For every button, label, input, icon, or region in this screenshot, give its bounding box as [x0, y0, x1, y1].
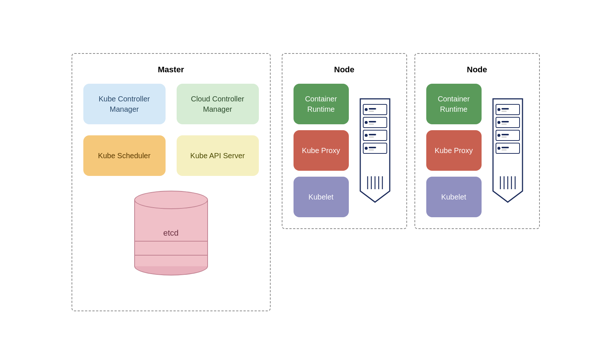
svg-rect-15	[369, 149, 374, 150]
node-2-box: Node Container Runtime Kube Proxy Kubele…	[414, 53, 540, 229]
node-1-grid: Container Runtime Kube Proxy Kubelet	[294, 84, 395, 217]
cloud-controller-manager-card: Cloud Controller Manager	[177, 84, 259, 124]
kube-scheduler-card: Kube Scheduler	[83, 135, 166, 176]
svg-rect-28	[501, 124, 507, 125]
node-2-title: Node	[426, 65, 528, 74]
svg-rect-14	[369, 147, 376, 148]
master-title: Master	[83, 65, 259, 74]
cylinder-body: etcd	[134, 200, 208, 266]
node-2-server-rack	[487, 84, 528, 217]
svg-rect-36	[501, 149, 507, 150]
svg-rect-31	[501, 134, 509, 135]
node-2-kube-proxy: Kube Proxy	[426, 130, 482, 171]
svg-rect-3	[369, 111, 374, 112]
svg-rect-23	[501, 108, 509, 110]
svg-point-9	[365, 134, 368, 137]
etcd-container: etcd	[83, 191, 259, 275]
svg-rect-32	[501, 136, 507, 138]
node-2-container-runtime: Container Runtime	[426, 84, 482, 124]
svg-point-26	[497, 121, 500, 124]
svg-point-5	[365, 121, 368, 124]
svg-rect-35	[501, 147, 509, 148]
master-box: Master Kube Controller Manager Cloud Con…	[72, 53, 271, 311]
svg-rect-2	[369, 108, 376, 110]
svg-point-1	[365, 108, 368, 111]
svg-point-13	[365, 147, 368, 150]
nodes-container: Node Container Runtime Kube Proxy Kubele…	[282, 53, 540, 229]
node-1-title: Node	[294, 65, 395, 74]
svg-rect-7	[369, 124, 374, 125]
node-2-components: Container Runtime Kube Proxy Kubelet	[426, 84, 482, 217]
node-2-grid: Container Runtime Kube Proxy Kubelet	[426, 84, 528, 217]
node-1-server-rack	[355, 84, 395, 217]
node-1-box: Node Container Runtime Kube Proxy Kubele…	[282, 53, 407, 229]
etcd-cylinder: etcd	[134, 191, 208, 275]
cylinder-stripe-2	[135, 255, 207, 256]
kubernetes-architecture-diagram: Master Kube Controller Manager Cloud Con…	[57, 38, 555, 326]
cylinder-top	[134, 191, 208, 209]
node-1-kube-proxy: Kube Proxy	[294, 130, 349, 171]
node-1-container-runtime: Container Runtime	[294, 84, 349, 124]
cylinder-stripe-1	[135, 241, 207, 242]
svg-rect-6	[369, 121, 376, 122]
kube-controller-manager-card: Kube Controller Manager	[83, 84, 166, 124]
svg-rect-11	[369, 136, 374, 138]
svg-point-30	[497, 134, 500, 137]
kube-api-server-card: Kube API Server	[177, 135, 259, 176]
etcd-label: etcd	[163, 228, 179, 238]
svg-rect-27	[501, 121, 509, 122]
master-components-grid: Kube Controller Manager Cloud Controller…	[83, 84, 259, 176]
node-1-kubelet: Kubelet	[294, 177, 349, 217]
svg-point-22	[497, 108, 500, 111]
node-1-components: Container Runtime Kube Proxy Kubelet	[294, 84, 349, 217]
node-2-kubelet: Kubelet	[426, 177, 482, 217]
svg-rect-10	[369, 134, 376, 135]
svg-point-34	[497, 147, 500, 150]
svg-rect-24	[501, 111, 507, 112]
